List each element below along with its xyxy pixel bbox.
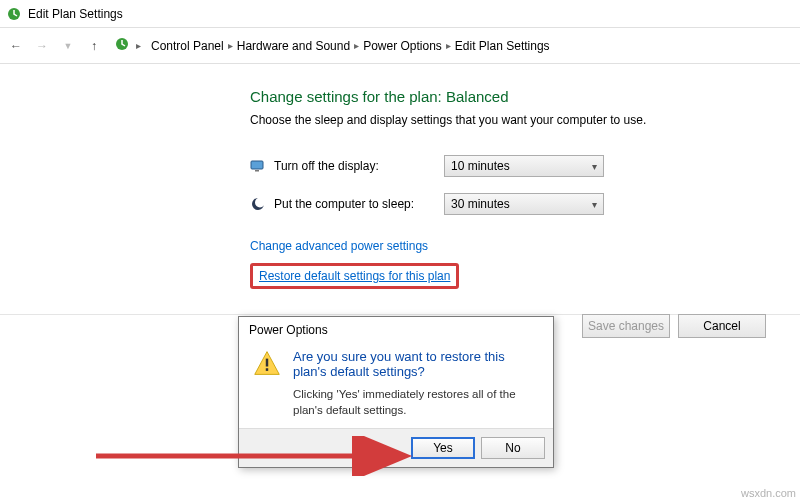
dialog-heading: Are you sure you want to restore this pl… — [293, 349, 541, 379]
chevron-right-icon: ▸ — [136, 40, 141, 51]
navbar: ← → ▼ ↑ ▸ Control Panel ▸ Hardware and S… — [0, 28, 800, 64]
crumb-hardware-sound[interactable]: Hardware and Sound — [237, 39, 350, 53]
display-off-select[interactable]: 10 minutes ▾ — [444, 155, 604, 177]
display-off-label: Turn off the display: — [274, 159, 444, 173]
chevron-right-icon: ▸ — [446, 40, 451, 51]
dialog-no-button[interactable]: No — [481, 437, 545, 459]
restore-defaults-link[interactable]: Restore default settings for this plan — [259, 269, 450, 283]
svg-rect-6 — [266, 359, 268, 367]
footer-buttons: Save changes Cancel — [582, 314, 766, 338]
main-content: Change settings for the plan: Balanced C… — [0, 64, 800, 289]
sleep-label: Put the computer to sleep: — [274, 197, 444, 211]
forward-button[interactable]: → — [32, 39, 52, 53]
chevron-down-icon: ▾ — [592, 161, 597, 172]
breadcrumb: Control Panel ▸ Hardware and Sound ▸ Pow… — [151, 39, 550, 53]
location-icon — [114, 36, 130, 55]
row-sleep: Put the computer to sleep: 30 minutes ▾ — [250, 193, 800, 215]
sleep-value: 30 minutes — [451, 197, 510, 211]
dialog-title: Power Options — [239, 317, 553, 343]
crumb-edit-plan[interactable]: Edit Plan Settings — [455, 39, 550, 53]
svg-rect-7 — [266, 368, 268, 371]
page-heading: Change settings for the plan: Balanced — [250, 88, 800, 105]
window-title: Edit Plan Settings — [28, 7, 123, 21]
links-section: Change advanced power settings Restore d… — [250, 239, 800, 289]
up-button[interactable]: ↑ — [84, 39, 104, 53]
watermark: wsxdn.com — [741, 487, 796, 499]
display-icon — [250, 158, 266, 174]
chevron-down-icon: ▾ — [592, 199, 597, 210]
svg-rect-3 — [255, 170, 259, 172]
dialog-yes-button[interactable]: Yes — [411, 437, 475, 459]
titlebar: Edit Plan Settings — [0, 0, 800, 28]
warning-icon — [253, 349, 281, 418]
sleep-select[interactable]: 30 minutes ▾ — [444, 193, 604, 215]
display-off-value: 10 minutes — [451, 159, 510, 173]
chevron-right-icon: ▸ — [354, 40, 359, 51]
dialog-button-row: Yes No — [239, 428, 553, 467]
svg-point-5 — [255, 198, 265, 208]
chevron-right-icon: ▸ — [228, 40, 233, 51]
page-subheading: Choose the sleep and display settings th… — [250, 113, 800, 127]
cancel-button[interactable]: Cancel — [678, 314, 766, 338]
row-display-off: Turn off the display: 10 minutes ▾ — [250, 155, 800, 177]
crumb-control-panel[interactable]: Control Panel — [151, 39, 224, 53]
power-plan-icon — [6, 6, 22, 22]
save-changes-button[interactable]: Save changes — [582, 314, 670, 338]
dialog-body-text: Clicking 'Yes' immediately restores all … — [293, 387, 541, 418]
svg-rect-2 — [251, 161, 263, 169]
advanced-settings-link[interactable]: Change advanced power settings — [250, 239, 428, 253]
restore-highlight-annotation: Restore default settings for this plan — [250, 263, 459, 289]
back-button[interactable]: ← — [6, 39, 26, 53]
crumb-power-options[interactable]: Power Options — [363, 39, 442, 53]
history-dropdown[interactable]: ▼ — [58, 41, 78, 51]
moon-icon — [250, 196, 266, 212]
confirm-dialog: Power Options Are you sure you want to r… — [238, 316, 554, 468]
